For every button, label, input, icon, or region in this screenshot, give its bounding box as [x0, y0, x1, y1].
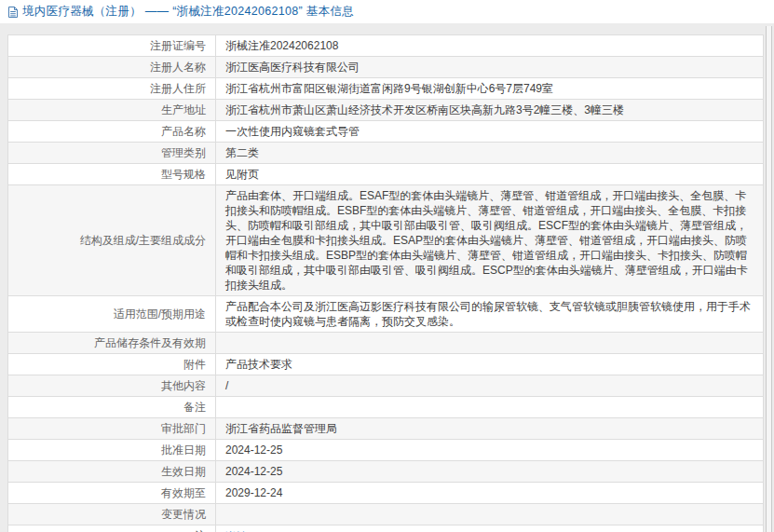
row-value: 浙江省杭州市富阳区银湖街道富闲路9号银湖创新中心6号7层749室	[216, 78, 764, 100]
table-row: 产品储存条件及有效期	[8, 333, 764, 354]
table-row: 附件产品技术要求	[8, 354, 764, 375]
row-value: 浙江省杭州市萧山区萧山经济技术开发区桥南区块高新九路3号2幢三楼、3幢三楼	[216, 100, 764, 121]
row-value: 浙械注准20242062108	[216, 35, 764, 57]
row-label: 管理类别	[8, 143, 216, 164]
row-label: 注册人住所	[8, 78, 216, 100]
table-row: 备注	[8, 397, 764, 418]
row-label: 生产地址	[8, 100, 216, 121]
table-row: 产品名称一次性使用内窥镜套式导管	[8, 121, 764, 143]
page-header: 境内医疗器械（注册） —— “浙械注准20242062108” 基本信息	[0, 0, 774, 23]
row-value: 详情	[216, 525, 764, 532]
row-value: 2024-12-25	[216, 440, 764, 461]
row-label: 适用范围/预期用途	[8, 296, 216, 333]
registration-info-table: 注册证编号浙械注准20242062108注册人名称浙江医高医疗科技有限公司注册人…	[7, 34, 764, 532]
table-row: 注册人名称浙江医高医疗科技有限公司	[8, 57, 764, 78]
row-value: 第二类	[216, 143, 764, 164]
row-value: /	[216, 375, 764, 397]
table-row: 注册人住所浙江省杭州市富阳区银湖街道富闲路9号银湖创新中心6号7层749室	[8, 78, 764, 100]
table-row: 审批部门浙江省药品监督管理局	[8, 418, 764, 440]
row-label: ●注	[8, 525, 216, 532]
table-row: 变更情况	[8, 504, 764, 525]
row-value	[216, 397, 764, 418]
row-label: 备注	[8, 397, 216, 418]
table-row: 适用范围/预期用途产品配合本公司及浙江医高迈影医疗科技有限公司的输尿管软镜、支气…	[8, 296, 764, 333]
page-title: 境内医疗器械（注册） —— “浙械注准20242062108” 基本信息	[22, 4, 354, 20]
row-label: 生效日期	[8, 461, 216, 483]
table-row: 管理类别第二类	[8, 143, 764, 164]
row-label: 批准日期	[8, 440, 216, 461]
row-label: 产品储存条件及有效期	[8, 333, 216, 354]
table-row: 批准日期2024-12-25	[8, 440, 764, 461]
table-row: 生效日期2024-12-25	[8, 461, 764, 483]
row-value: 浙江省药品监督管理局	[216, 418, 764, 440]
row-value: 一次性使用内窥镜套式导管	[216, 121, 764, 143]
row-label: 附件	[8, 354, 216, 375]
row-label: 注册人名称	[8, 57, 216, 78]
table-row: 其他内容/	[8, 375, 764, 397]
row-value: 产品技术要求	[216, 354, 764, 375]
table-row: 型号规格见附页	[8, 164, 764, 185]
row-label: 变更情况	[8, 504, 216, 525]
table-row: 结构及组成/主要组成成分产品由套体、开口端组成。ESAF型的套体由头端镜片、薄壁…	[8, 185, 764, 296]
row-label: 其他内容	[8, 375, 216, 397]
row-value	[216, 504, 764, 525]
table-row: 有效期至2029-12-24	[8, 483, 764, 504]
vertical-scrollbar[interactable]	[766, 26, 772, 532]
document-icon	[7, 6, 19, 19]
row-value: 浙江医高医疗科技有限公司	[216, 57, 764, 78]
row-value: 产品配合本公司及浙江医高迈影医疗科技有限公司的输尿管软镜、支气管软镜或胆胰管软镜…	[216, 296, 764, 333]
table-row: 生产地址浙江省杭州市萧山区萧山经济技术开发区桥南区块高新九路3号2幢三楼、3幢三…	[8, 100, 764, 121]
row-label: 产品名称	[8, 121, 216, 143]
row-label: 型号规格	[8, 164, 216, 185]
table-row: 注册证编号浙械注准20242062108	[8, 35, 764, 57]
row-value: 2024-12-25	[216, 461, 764, 483]
row-value	[216, 333, 764, 354]
row-label: 注册证编号	[8, 35, 216, 57]
row-label: 审批部门	[8, 418, 216, 440]
row-value: 见附页	[216, 164, 764, 185]
row-value: 产品由套体、开口端组成。ESAF型的套体由头端镜片、薄壁管、钳道管组成，开口端由…	[216, 185, 764, 296]
table-row: ●注详情	[8, 525, 764, 532]
row-label: 有效期至	[8, 483, 216, 504]
row-value: 2029-12-24	[216, 483, 764, 504]
row-label: 结构及组成/主要组成成分	[8, 185, 216, 296]
